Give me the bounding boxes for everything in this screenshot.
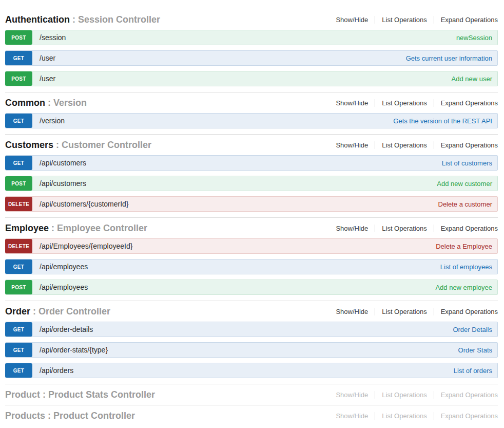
http-method-badge: GET <box>5 114 32 128</box>
operation-description-link[interactable]: Order Stats <box>458 346 492 354</box>
list-operations-link[interactable]: List Operations <box>382 16 427 24</box>
operation-description-link[interactable]: Delete a customer <box>438 200 493 208</box>
section-heading: Common:Version Show/Hide List Operations… <box>5 97 498 109</box>
link-divider <box>434 16 434 24</box>
operation-path-link[interactable]: /api/order-details <box>40 325 93 333</box>
section-employee: Employee:Employee Controller Show/Hide L… <box>5 217 498 301</box>
section-controller-label: Version <box>53 98 87 108</box>
http-method-badge: DELETE <box>5 197 32 211</box>
http-method-badge: GET <box>5 156 32 170</box>
list-operations-link[interactable]: List Operations <box>382 225 427 232</box>
operation-row[interactable]: DELETE /api/Employees/{employeeId} Delet… <box>5 238 498 254</box>
section-name-link[interactable]: Products <box>5 411 45 421</box>
show-hide-link[interactable]: Show/Hide <box>336 225 368 232</box>
section-header-links: Show/Hide List Operations Expand Operati… <box>336 141 498 149</box>
section-name-link[interactable]: Common <box>5 98 45 108</box>
section-header-links: Show/Hide List Operations Expand Operati… <box>336 308 498 315</box>
operation-path-link[interactable]: /session <box>40 33 66 42</box>
http-method-badge: POST <box>5 280 32 294</box>
operation-row[interactable]: GET /api/orders List of orders <box>5 363 498 378</box>
http-method-badge: GET <box>5 363 32 378</box>
operation-row[interactable]: GET /version Gets the version of the RES… <box>5 113 498 128</box>
link-divider <box>375 141 375 149</box>
show-hide-link[interactable]: Show/Hide <box>336 412 368 420</box>
operation-row[interactable]: POST /session newSession <box>5 30 498 45</box>
link-divider <box>434 141 434 149</box>
show-hide-link[interactable]: Show/Hide <box>336 99 368 107</box>
http-method-badge: POST <box>5 71 32 86</box>
operation-path-link[interactable]: /api/employees <box>40 263 88 271</box>
operation-path-link[interactable]: /version <box>40 117 65 125</box>
operation-description-link[interactable]: List of customers <box>442 159 492 167</box>
expand-operations-link[interactable]: Expand Operations <box>441 99 498 107</box>
section-name-link[interactable]: Customers <box>5 140 53 150</box>
operation-description-link[interactable]: Delete a Employee <box>436 243 492 250</box>
section-heading: Employee:Employee Controller Show/Hide L… <box>5 222 498 234</box>
operation-row[interactable]: GET /user Gets current user information <box>5 50 498 66</box>
operation-path-link[interactable]: /api/customers <box>40 179 86 188</box>
operation-description-link[interactable]: newSession <box>456 34 492 42</box>
expand-operations-link[interactable]: Expand Operations <box>441 412 498 420</box>
section-common: Common:Version Show/Hide List Operations… <box>5 92 498 134</box>
operation-description-link[interactable]: Add new customer <box>437 180 492 188</box>
section-title: Authentication:Session Controller <box>5 13 160 26</box>
show-hide-link[interactable]: Show/Hide <box>336 308 368 315</box>
section-name-link[interactable]: Order <box>5 306 30 317</box>
list-operations-link[interactable]: List Operations <box>382 141 427 149</box>
operation-row[interactable]: POST /user Add new user <box>5 71 498 86</box>
section-name-link[interactable]: Product <box>5 389 40 400</box>
expand-operations-link[interactable]: Expand Operations <box>441 391 498 399</box>
operation-path-link[interactable]: /api/customers <box>40 159 86 167</box>
operation-row[interactable]: GET /api/customers List of customers <box>5 155 498 171</box>
http-method-badge: POST <box>5 176 32 191</box>
operation-path-link[interactable]: /api/Employees/{employeeId} <box>40 242 132 250</box>
section-title: Customers:Customer Controller <box>5 139 151 151</box>
list-operations-link[interactable]: List Operations <box>382 99 427 107</box>
operation-path-link[interactable]: /api/order-stats/{type} <box>40 346 108 354</box>
section-controller-label: Product Stats Controller <box>48 389 155 400</box>
operation-description-link[interactable]: Add new user <box>452 75 493 83</box>
link-divider <box>375 308 375 315</box>
http-method-badge: GET <box>5 343 32 357</box>
operation-path-link[interactable]: /api/customers/{customerId} <box>40 200 129 208</box>
show-hide-link[interactable]: Show/Hide <box>336 141 368 149</box>
heading-colon: : <box>72 14 75 25</box>
link-divider <box>434 412 434 420</box>
link-divider <box>434 391 434 399</box>
operation-description-link[interactable]: List of employees <box>440 263 492 271</box>
show-hide-link[interactable]: Show/Hide <box>336 391 368 399</box>
operation-row[interactable]: GET /api/order-stats/{type} Order Stats <box>5 342 498 358</box>
operation-path-link[interactable]: /user <box>40 54 55 62</box>
heading-colon: : <box>51 223 54 233</box>
list-operations-link[interactable]: List Operations <box>382 308 427 315</box>
expand-operations-link[interactable]: Expand Operations <box>441 141 498 149</box>
heading-colon: : <box>48 411 51 421</box>
expand-operations-link[interactable]: Expand Operations <box>441 225 498 232</box>
http-method-badge: GET <box>5 322 32 337</box>
http-method-badge: POST <box>5 30 32 45</box>
section-name-link[interactable]: Authentication <box>5 14 70 25</box>
expand-operations-link[interactable]: Expand Operations <box>441 16 498 24</box>
expand-operations-link[interactable]: Expand Operations <box>441 308 498 315</box>
heading-colon: : <box>48 98 51 108</box>
operation-row[interactable]: POST /api/employees Add new employee <box>5 280 498 295</box>
operation-path-link[interactable]: /api/orders <box>40 366 73 375</box>
operation-description-link[interactable]: Order Details <box>453 326 492 333</box>
list-operations-link[interactable]: List Operations <box>382 391 427 399</box>
operation-row[interactable]: GET /api/order-details Order Details <box>5 322 498 337</box>
list-operations-link[interactable]: List Operations <box>382 412 427 420</box>
section-header-links: Show/Hide List Operations Expand Operati… <box>336 225 498 232</box>
operation-row[interactable]: DELETE /api/customers/{customerId} Delet… <box>5 196 498 212</box>
operation-path-link[interactable]: /api/employees <box>40 283 88 291</box>
link-divider <box>375 391 375 399</box>
operation-description-link[interactable]: Gets the version of the REST API <box>393 117 492 125</box>
operation-row[interactable]: POST /api/customers Add new customer <box>5 176 498 191</box>
operation-row[interactable]: GET /api/employees List of employees <box>5 259 498 274</box>
operation-description-link[interactable]: List of orders <box>454 367 492 375</box>
operation-description-link[interactable]: Gets current user information <box>406 54 492 62</box>
show-hide-link[interactable]: Show/Hide <box>336 16 368 24</box>
section-name-link[interactable]: Employee <box>5 223 49 233</box>
section-order: Order:Order Controller Show/Hide List Op… <box>5 301 498 384</box>
operation-description-link[interactable]: Add new employee <box>435 284 492 291</box>
operation-path-link[interactable]: /user <box>40 75 55 83</box>
